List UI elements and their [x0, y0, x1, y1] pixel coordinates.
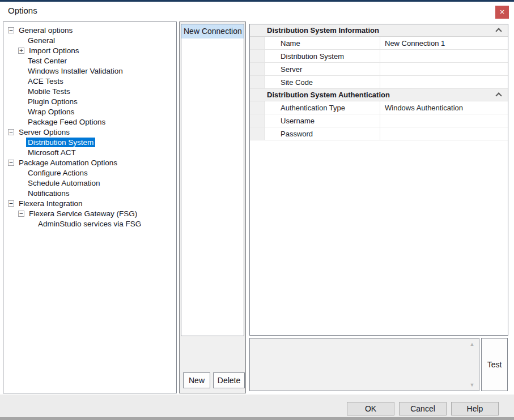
close-icon[interactable]	[495, 6, 509, 19]
property-value-name[interactable]: New Connection 1	[380, 37, 508, 49]
connection-panel: New Connection 1 New Delete	[179, 22, 246, 393]
property-row-authentication-type: Authentication TypeWindows Authenticatio…	[250, 101, 508, 114]
tree-item-label: Server Options	[17, 127, 71, 137]
property-value-server[interactable]	[380, 63, 508, 75]
property-label: Name	[265, 37, 380, 49]
tree-item-label: Distribution System	[26, 138, 95, 147]
tree-item-schedule-automation[interactable]: Schedule Automation	[3, 178, 176, 188]
tree-item-label: General	[26, 36, 57, 45]
row-gutter	[250, 76, 265, 88]
section-header-distribution-system-authentication[interactable]: Distribution System Authentication	[250, 89, 508, 101]
property-value-username[interactable]	[380, 114, 508, 127]
test-button[interactable]: Test	[481, 338, 508, 391]
tree-item-label: Configure Actions	[26, 168, 90, 178]
tree-item-label: Package Feed Options	[26, 117, 107, 127]
property-label: Authentication Type	[265, 101, 380, 114]
row-gutter	[250, 63, 265, 75]
delete-connection-button[interactable]: Delete	[213, 372, 245, 388]
tree-item-package-feed-options[interactable]: Package Feed Options	[3, 117, 176, 127]
tree-item-package-automation-options[interactable]: −Package Automation Options	[3, 157, 176, 168]
tree-item-label: General options	[17, 25, 74, 35]
options-tree: −General optionsGeneral+Import OptionsTe…	[3, 22, 177, 393]
ok-button[interactable]: OK	[347, 402, 394, 415]
tree-item-label: Notifications	[26, 188, 71, 198]
expander-minus-icon[interactable]: −	[18, 211, 24, 217]
test-result-box[interactable]	[249, 338, 479, 391]
row-gutter	[250, 114, 265, 127]
window-bottom-border	[0, 417, 514, 420]
row-gutter	[250, 37, 265, 49]
tree-item-import-options[interactable]: +Import Options	[3, 45, 176, 55]
title-bar[interactable]: Options	[0, 2, 514, 22]
tree-item-windows-installer-validation[interactable]: Windows Installer Validation	[3, 66, 176, 76]
tree-item-label: Package Automation Options	[17, 158, 119, 168]
property-label: Distribution System	[265, 50, 380, 62]
expander-minus-icon[interactable]: −	[8, 129, 14, 135]
row-gutter	[250, 50, 265, 62]
tree-item-flexera-service-gateway-fsg[interactable]: −Flexera Service Gateway (FSG)	[3, 208, 176, 218]
tree-item-server-options[interactable]: −Server Options	[3, 127, 176, 137]
section-header-distribution-system-information[interactable]: Distribution System Information	[250, 24, 508, 37]
property-label: Password	[265, 127, 380, 140]
tree-item-label: Flexera Integration	[17, 199, 84, 208]
tree-item-adminstudio-services-via-fsg[interactable]: AdminStudio services via FSG	[3, 218, 176, 229]
tree-item-label: Mobile Tests	[26, 87, 72, 96]
section-title: Distribution System Authentication	[250, 91, 496, 99]
property-row-site-code: Site Code	[250, 76, 508, 89]
expander-minus-icon[interactable]: −	[8, 200, 14, 207]
tree-item-label: Flexera Service Gateway (FSG)	[27, 209, 139, 218]
property-row-username: Username	[250, 114, 508, 127]
help-button[interactable]: Help	[451, 402, 499, 415]
tree-item-label: Schedule Automation	[26, 178, 102, 188]
property-label: Server	[265, 63, 380, 75]
tree-item-label: Wrap Options	[26, 107, 76, 117]
expander-plus-icon[interactable]: +	[18, 48, 24, 54]
cancel-button[interactable]: Cancel	[399, 402, 447, 415]
property-value-distribution-system[interactable]	[380, 50, 508, 62]
tree-item-label: Test Center	[26, 56, 69, 66]
tree-item-label: Microsoft ACT	[26, 148, 78, 157]
section-title: Distribution System Information	[250, 26, 496, 35]
row-gutter	[250, 127, 265, 140]
property-row-password: Password	[250, 127, 508, 140]
property-value-password[interactable]	[380, 127, 508, 140]
window-title: Options	[8, 6, 37, 15]
row-gutter	[250, 101, 265, 114]
tree-item-flexera-integration[interactable]: −Flexera Integration	[3, 198, 176, 208]
tree-item-label: AdminStudio services via FSG	[36, 219, 143, 229]
property-value-authentication-type[interactable]: Windows Authentication	[380, 101, 508, 114]
tree-item-mobile-tests[interactable]: Mobile Tests	[3, 86, 176, 96]
tree-item-general-options[interactable]: −General options	[3, 25, 176, 35]
connection-list[interactable]: New Connection 1	[181, 24, 244, 336]
tree-item-test-center[interactable]: Test Center	[3, 55, 176, 66]
property-value-site-code[interactable]	[380, 76, 508, 88]
property-grid: Distribution System InformationNameNew C…	[249, 24, 508, 336]
tree-item-distribution-system[interactable]: Distribution System	[3, 137, 176, 147]
tree-item-label: Windows Installer Validation	[26, 66, 125, 76]
property-label: Username	[265, 114, 380, 127]
property-label: Site Code	[265, 76, 380, 88]
new-connection-button[interactable]: New	[183, 372, 210, 388]
collapse-chevron-icon[interactable]	[495, 28, 502, 34]
tree-item-label: Plugin Options	[26, 97, 79, 106]
property-row-server: Server	[250, 63, 508, 76]
tree-item-general[interactable]: General	[3, 35, 176, 45]
tree-item-microsoft-act[interactable]: Microsoft ACT	[3, 147, 176, 157]
expander-minus-icon[interactable]: −	[8, 160, 14, 166]
collapse-chevron-icon[interactable]	[495, 92, 502, 98]
tree-item-label: ACE Tests	[26, 76, 65, 86]
tree-item-ace-tests[interactable]: ACE Tests	[3, 76, 176, 86]
scroll-down-icon[interactable]	[468, 382, 476, 388]
tree-item-plugin-options[interactable]: Plugin Options	[3, 96, 176, 106]
tree-item-configure-actions[interactable]: Configure Actions	[3, 168, 176, 178]
expander-minus-icon[interactable]: −	[8, 27, 14, 33]
options-dialog: Options −General optionsGeneral+Import O…	[0, 0, 514, 420]
connection-list-item[interactable]: New Connection 1	[181, 24, 244, 38]
property-row-name: NameNew Connection 1	[250, 37, 508, 50]
tree-item-notifications[interactable]: Notifications	[3, 188, 176, 198]
footer-bar: OK Cancel Help	[0, 395, 514, 417]
tree-item-wrap-options[interactable]: Wrap Options	[3, 106, 176, 117]
tree-item-label: Import Options	[27, 46, 81, 55]
property-row-distribution-system: Distribution System	[250, 50, 508, 63]
scroll-up-icon[interactable]	[468, 341, 476, 348]
